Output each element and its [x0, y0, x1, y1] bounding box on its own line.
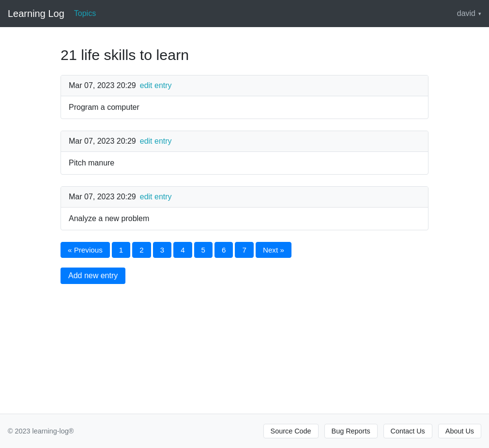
navbar-brand[interactable]: Learning Log: [8, 8, 64, 19]
navbar-topics-link[interactable]: Topics: [74, 9, 96, 18]
pagination-page-button[interactable]: 3: [153, 242, 171, 258]
pagination-page-button[interactable]: 2: [132, 242, 151, 258]
navbar-caret-icon: ▾: [478, 11, 481, 17]
entry-header: Mar 07, 2023 20:29edit entry: [61, 75, 428, 96]
entry-timestamp: Mar 07, 2023 20:29: [69, 193, 136, 201]
add-entry-button[interactable]: Add new entry: [61, 268, 125, 284]
page-numbers: 1234567: [112, 242, 254, 258]
pagination-page-button[interactable]: 1: [112, 242, 130, 258]
pagination-page-button[interactable]: 6: [214, 242, 233, 258]
footer: © 2023 learning-log® Source CodeBug Repo…: [0, 414, 489, 448]
footer-links: Source CodeBug ReportsContact UsAbout Us: [263, 424, 481, 438]
page-title: 21 life skills to learn: [61, 46, 428, 63]
footer-link-button[interactable]: About Us: [438, 424, 481, 438]
navbar-left: Learning Log Topics: [8, 8, 96, 19]
entry-timestamp: Mar 07, 2023 20:29: [69, 137, 136, 146]
entry-card: Mar 07, 2023 20:29edit entryPitch manure: [61, 131, 428, 175]
footer-link-button[interactable]: Contact Us: [383, 424, 432, 438]
pagination-page-button[interactable]: 4: [173, 242, 192, 258]
navbar: Learning Log Topics david ▾: [0, 0, 489, 27]
entry-edit-link[interactable]: edit entry: [140, 81, 172, 90]
entry-body: Analyze a new problem: [61, 208, 428, 230]
entries-container: Mar 07, 2023 20:29edit entryProgram a co…: [61, 75, 428, 230]
main-content: 21 life skills to learn Mar 07, 2023 20:…: [51, 27, 438, 414]
footer-link-button[interactable]: Source Code: [263, 424, 319, 438]
pagination-page-button[interactable]: 7: [235, 242, 253, 258]
navbar-user-menu[interactable]: david ▾: [457, 9, 481, 18]
entry-header: Mar 07, 2023 20:29edit entry: [61, 131, 428, 152]
pagination-page-button[interactable]: 5: [194, 242, 213, 258]
footer-link-button[interactable]: Bug Reports: [324, 424, 378, 438]
entry-edit-link[interactable]: edit entry: [140, 137, 172, 146]
entry-body: Pitch manure: [61, 152, 428, 174]
entry-card: Mar 07, 2023 20:29edit entryProgram a co…: [61, 75, 428, 119]
entry-card: Mar 07, 2023 20:29edit entryAnalyze a ne…: [61, 186, 428, 230]
entry-timestamp: Mar 07, 2023 20:29: [69, 81, 136, 90]
pagination-prev-button[interactable]: « Previous: [61, 242, 110, 258]
entry-header: Mar 07, 2023 20:29edit entry: [61, 187, 428, 208]
pagination-next-button[interactable]: Next »: [256, 242, 291, 258]
navbar-username: david: [457, 9, 475, 18]
entry-body: Program a computer: [61, 96, 428, 119]
footer-copyright: © 2023 learning-log®: [8, 427, 74, 435]
pagination: « Previous 1234567 Next »: [61, 242, 428, 258]
entry-edit-link[interactable]: edit entry: [140, 193, 172, 201]
